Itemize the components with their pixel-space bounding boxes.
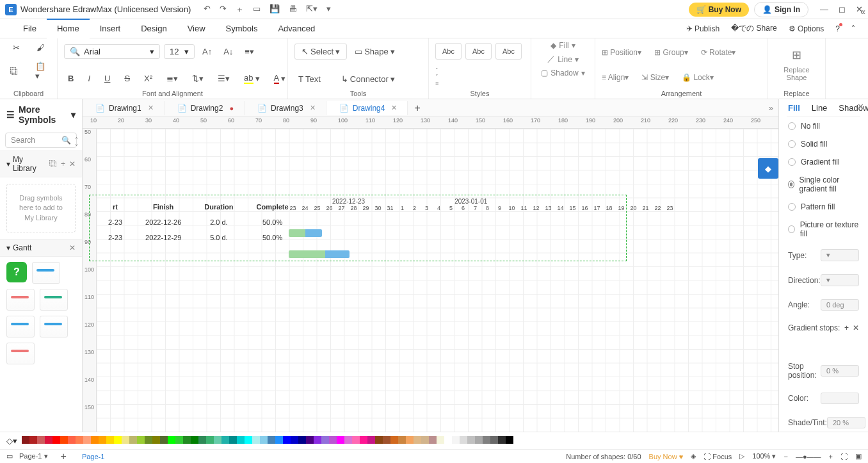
page-tab[interactable]: Page-1 [73,453,113,460]
lib-close-icon[interactable]: ✕ [69,159,76,168]
menu-home[interactable]: Home [47,19,90,38]
menu-symbols[interactable]: Symbols [216,20,268,37]
color-swatch[interactable] [452,436,460,444]
page-list-icon[interactable]: ▭ [6,452,13,460]
bullet-icon[interactable]: ≣▾ [163,71,182,86]
doc-tab-2[interactable]: 📄 Drawing2● [165,101,245,115]
play-icon[interactable]: ▷ [739,452,744,460]
opt-solid-fill[interactable]: Solid fill [787,135,860,153]
copy-icon[interactable]: ⿻ [6,60,22,83]
lock-dropdown[interactable]: 🔒 Lock▾ [682,73,714,82]
color-swatch[interactable] [145,436,152,444]
lib-edit-icon[interactable]: ⿻ [49,159,57,168]
italic-icon[interactable]: I [84,71,94,86]
color-swatch[interactable] [137,436,145,444]
underline-icon[interactable]: U [100,71,114,86]
size-dropdown[interactable]: ⇲ Size▾ [641,73,669,82]
color-swatch[interactable] [383,436,390,444]
align-dropdown[interactable]: ≡ Align▾ [602,73,629,82]
color-swatch[interactable] [99,436,106,444]
gantt-template-2[interactable] [6,289,35,311]
gantt-section[interactable]: ▾ Gantt ✕ [0,239,82,257]
save-icon[interactable]: 💾 [269,4,280,15]
color-swatch[interactable] [275,436,283,444]
list-icon[interactable]: ☰▾ [214,71,234,86]
direction-select[interactable]: ▾ [821,274,859,286]
print-icon[interactable]: 🖶 [289,4,297,15]
color-swatch[interactable] [352,436,360,444]
gantt-template-6[interactable] [6,343,35,364]
color-swatch[interactable] [329,436,337,444]
color-swatch[interactable] [414,436,421,444]
canvas[interactable]: 5060708090100110120130140150160 ◆ rt Fin… [83,129,778,432]
color-swatch[interactable] [114,436,122,444]
more-symbols-button[interactable]: ☰ More Symbols▾ « [0,99,82,130]
lib-add-icon[interactable]: + [61,159,65,168]
color-swatch[interactable] [506,436,513,444]
position-dropdown[interactable]: ⊞ Position▾ [602,48,641,57]
color-swatch[interactable] [306,436,314,444]
cut-icon[interactable]: ✂ [9,41,24,54]
add-page-button[interactable]: + [54,451,73,462]
menu-view[interactable]: View [177,20,216,37]
help-icon[interactable]: ? [835,24,840,33]
text-tool[interactable]: T Text [294,72,325,86]
scroll-down-icon[interactable]: ˅ [75,143,78,150]
gantt-bar-1[interactable] [289,229,322,237]
strike-icon[interactable]: S [120,71,134,86]
line-dropdown[interactable]: ／ Line▾ [547,54,579,65]
color-swatch[interactable] [129,436,137,444]
color-swatch[interactable] [429,436,437,444]
maximize-icon[interactable]: ◻ [839,4,846,14]
close-panel-icon[interactable]: ✕ [857,102,864,111]
color-swatch[interactable] [245,436,252,444]
style-preset-1[interactable]: Abc [435,43,462,60]
group-dropdown[interactable]: ⊞ Group▾ [654,48,688,57]
undo-icon[interactable]: ↶ [204,4,211,15]
color-swatch[interactable] [214,436,221,444]
color-swatch[interactable] [29,436,37,444]
color-swatch[interactable] [321,436,329,444]
close-tab-icon[interactable]: ✕ [148,104,154,112]
format-painter-icon[interactable]: 🖌 [33,41,49,54]
zoom-out-icon[interactable]: − [784,453,787,460]
color-swatch[interactable] [390,436,398,444]
sign-in-button[interactable]: 👤 Sign In [754,2,808,17]
buy-now-button[interactable]: 🛒 Buy Now [689,3,749,17]
color-swatch[interactable] [68,436,76,444]
color-swatch[interactable] [291,436,298,444]
doc-tab-3[interactable]: 📄 Drawing3✕ [245,101,326,115]
my-library-section[interactable]: ▾ My Library ⿻ + ✕ [0,150,82,177]
remove-stop-icon[interactable]: ✕ [853,323,859,332]
new-icon[interactable]: ＋ [236,4,244,15]
align-icon[interactable]: ≡▾ [241,45,258,58]
fill-dropdown[interactable]: ◆ Fill▾ [551,41,575,50]
color-swatch[interactable] [360,436,367,444]
color-swatch[interactable] [437,436,444,444]
color-swatch[interactable] [460,436,467,444]
gantt-close-icon[interactable]: ✕ [69,243,76,252]
page-select[interactable]: Page-1 ▾ [13,452,54,460]
menu-advanced[interactable]: Advanced [268,20,325,37]
style-preset-3[interactable]: Abc [495,43,522,60]
collapse-panel-icon[interactable]: « [860,6,865,17]
color-swatch[interactable] [444,436,452,444]
color-swatch[interactable] [283,436,291,444]
collapse-ribbon-icon[interactable]: ˄ [851,24,855,33]
increase-font-icon[interactable]: A↑ [198,45,216,58]
add-stop-icon[interactable]: + [840,323,853,332]
library-dropzone[interactable]: Drag symbols here to add to My Library [6,184,76,232]
font-select[interactable]: 🔍 Arial▾ [64,44,160,59]
opt-no-fill[interactable]: No fill [787,117,860,135]
tab-line[interactable]: Line [812,103,828,113]
export-icon[interactable]: ⇱▾ [306,4,317,15]
focus-button[interactable]: ⛶ Focus [703,453,732,460]
type-select[interactable]: ▾ [821,249,859,261]
shadow-dropdown[interactable]: ▢ Shadow▾ [541,69,584,77]
color-swatch[interactable] [191,436,198,444]
opt-single-gradient[interactable]: Single color gradient fill [787,171,860,198]
publish-button[interactable]: ✈ Publish [686,24,720,33]
color-swatch[interactable] [252,436,260,444]
color-swatch[interactable] [260,436,268,444]
font-size-select[interactable]: 12▾ [164,44,195,59]
